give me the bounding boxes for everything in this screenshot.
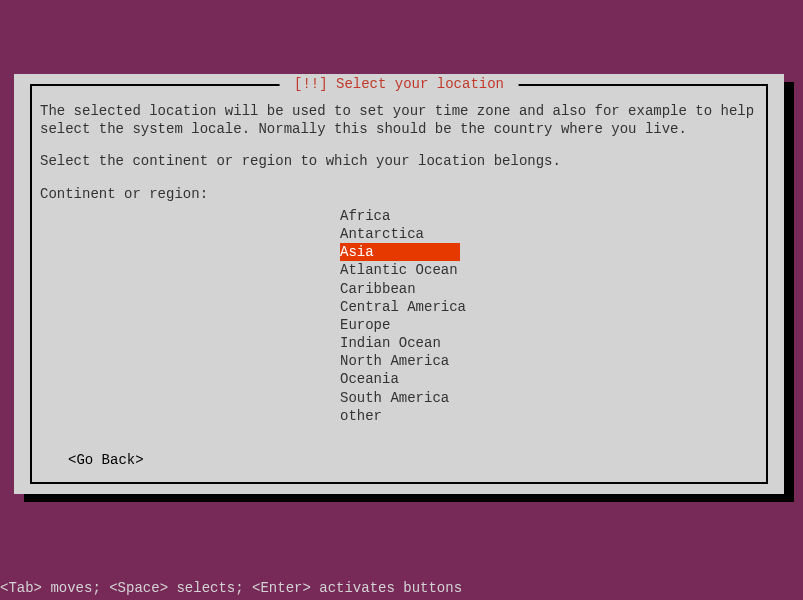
region-item[interactable]: Asia <box>340 243 460 261</box>
dialog-box: [!!] Select your location The selected l… <box>14 74 784 494</box>
help-text: <Tab> moves; <Space> selects; <Enter> ac… <box>0 580 462 596</box>
region-list: AfricaAntarcticaAsiaAtlantic OceanCaribb… <box>340 207 500 425</box>
region-item[interactable]: Antarctica <box>340 225 500 243</box>
dialog-frame: [!!] Select your location The selected l… <box>30 84 768 484</box>
region-item[interactable]: South America <box>340 389 500 407</box>
region-item[interactable]: Atlantic Ocean <box>340 261 500 279</box>
region-item[interactable]: other <box>340 407 500 425</box>
region-item[interactable]: Central America <box>340 298 500 316</box>
region-item[interactable]: Caribbean <box>340 280 500 298</box>
dialog-title: [!!] Select your location <box>280 76 519 92</box>
region-item[interactable]: Europe <box>340 316 500 334</box>
region-item[interactable]: Africa <box>340 207 500 225</box>
region-item[interactable]: North America <box>340 352 500 370</box>
instruction-text: Select the continent or region to which … <box>40 152 758 170</box>
region-item[interactable]: Oceania <box>340 370 500 388</box>
go-back-button[interactable]: <Go Back> <box>68 452 144 468</box>
region-item[interactable]: Indian Ocean <box>340 334 500 352</box>
field-label: Continent or region: <box>40 185 758 203</box>
dialog-content: The selected location will be used to se… <box>32 86 766 433</box>
intro-text: The selected location will be used to se… <box>40 102 758 138</box>
